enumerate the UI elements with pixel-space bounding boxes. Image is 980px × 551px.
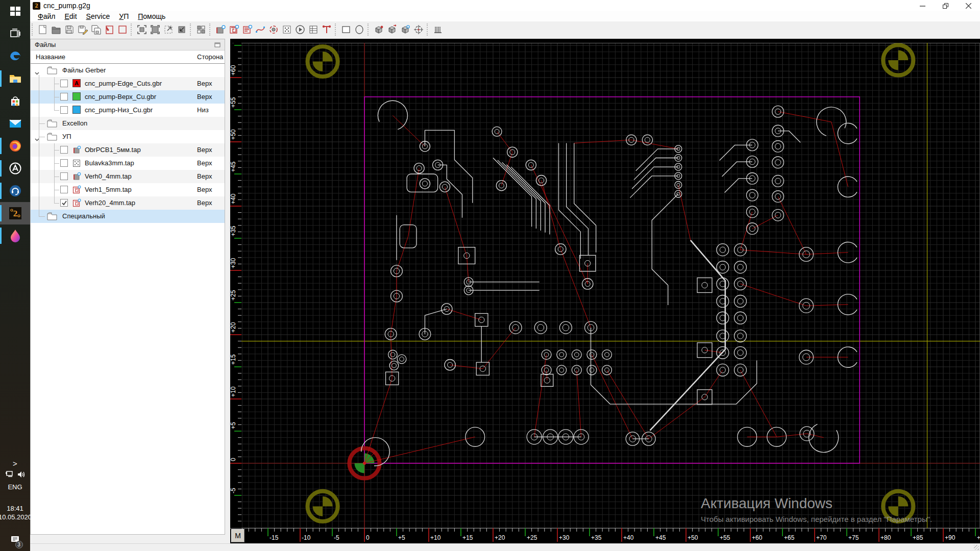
speaker-icon[interactable] xyxy=(17,471,25,480)
pcb-view[interactable] xyxy=(241,43,980,528)
save-edit-tool-button[interactable] xyxy=(76,23,89,36)
tray-expand-icon[interactable]: > xyxy=(13,459,17,468)
tree-folder-row[interactable]: Файлы Gerber xyxy=(31,64,225,77)
clamp-tool-button[interactable] xyxy=(320,23,333,36)
box-b-tool-button[interactable] xyxy=(385,23,399,36)
mill-file-icon xyxy=(72,145,81,155)
lines-dot-tool-button[interactable] xyxy=(240,23,254,36)
store-icon[interactable] xyxy=(0,90,30,112)
dock-icon[interactable] xyxy=(214,41,222,48)
mail-icon[interactable] xyxy=(0,112,30,135)
network-icon[interactable] xyxy=(5,471,13,480)
files-columns-header[interactable]: Название Сторона xyxy=(31,51,225,64)
ellipse-tool-button[interactable] xyxy=(353,23,366,36)
g2g-app-icon[interactable]: 2 xyxy=(0,202,30,224)
pins-file-icon xyxy=(72,159,81,168)
tiles-tool-button[interactable] xyxy=(194,23,208,36)
save-all-tool-button[interactable] xyxy=(89,23,103,36)
restore-button[interactable] xyxy=(934,0,957,11)
ruler-label: +45 xyxy=(655,534,666,541)
menu-файл[interactable]: Файл xyxy=(33,11,60,21)
doc-new-tool-button[interactable] xyxy=(36,23,50,36)
layer-color-swatch[interactable] xyxy=(72,92,81,101)
save-tool-button[interactable] xyxy=(63,23,76,36)
tree-file-row[interactable]: ObrPCB1_5мм.tapВерх xyxy=(31,143,225,157)
frame-red-tool-button[interactable] xyxy=(116,23,129,36)
zoom-arrow-in-tool-button[interactable] xyxy=(175,23,188,36)
menu-edit[interactable]: Edit xyxy=(60,11,81,21)
visibility-checkbox[interactable] xyxy=(60,159,68,167)
ruler-label: +25 xyxy=(230,290,237,300)
tree-file-row[interactable]: Verh0_4mm.tapВерх xyxy=(31,170,225,183)
task-view-button[interactable] xyxy=(0,22,30,45)
clock-time: 18:41 xyxy=(0,504,32,513)
window-controls xyxy=(911,0,980,11)
tree-branch xyxy=(54,196,55,203)
visibility-checkbox[interactable] xyxy=(60,106,68,114)
zoom-arrow-out-tool-button[interactable] xyxy=(162,23,175,36)
file-explorer-icon[interactable] xyxy=(0,67,30,90)
action-center-icon[interactable]: 3 xyxy=(11,536,20,546)
support-icon[interactable] xyxy=(0,180,30,202)
comb-tool-button[interactable] xyxy=(431,23,445,36)
box-c-tool-button[interactable] xyxy=(399,23,412,36)
tree-file-row[interactable]: Verh1_5mm.tapВерх xyxy=(31,183,225,196)
target-tool-button[interactable] xyxy=(412,23,425,36)
visibility-checkbox[interactable] xyxy=(60,80,68,87)
tree-folder-row[interactable]: Специальный xyxy=(31,210,225,223)
edge-icon[interactable] xyxy=(0,45,30,67)
visibility-checkbox[interactable] xyxy=(60,172,68,180)
ruler-label: +15 xyxy=(462,534,473,541)
ruler-label: +40 xyxy=(623,534,634,541)
visibility-checkbox[interactable] xyxy=(60,93,68,101)
tree-file-row[interactable]: Acnc_pump-Edge_Cuts.gbrВерх xyxy=(31,77,225,90)
tree-file-row[interactable]: Verh20_4mm.tapВерх xyxy=(31,196,225,210)
paint-drop-icon[interactable] xyxy=(0,224,30,247)
drill-tool-button[interactable] xyxy=(267,23,280,36)
visibility-checkbox[interactable] xyxy=(60,186,68,193)
language-indicator[interactable]: ENG xyxy=(8,483,22,491)
menu-уп[interactable]: УП xyxy=(114,11,133,21)
firefox-icon[interactable] xyxy=(0,135,30,157)
tree-file-row[interactable]: Bulavka3mm.tapВерх xyxy=(31,157,225,170)
ruler-label: +55 xyxy=(720,534,730,541)
tree-folder-row[interactable]: Excellon xyxy=(31,117,225,130)
window-title: cnc_pump.g2g xyxy=(43,2,90,10)
layer-color-swatch[interactable]: A xyxy=(72,79,81,87)
visibility-checkbox[interactable] xyxy=(60,146,68,154)
close-button[interactable] xyxy=(957,0,980,11)
affinity-icon[interactable] xyxy=(0,157,30,180)
spiral-dot-tool-button[interactable] xyxy=(227,23,240,36)
layer-color-swatch[interactable] xyxy=(72,106,81,114)
clock[interactable]: 18:41 10.05.2020 xyxy=(0,504,32,521)
table-tool-button[interactable] xyxy=(307,23,320,36)
tree-file-row[interactable]: cnc_pump-Низ_Cu.gbrНиз xyxy=(31,104,225,117)
menu-service[interactable]: Service xyxy=(82,11,115,21)
visibility-checkbox[interactable] xyxy=(60,199,68,207)
menu-помощь[interactable]: Помощь xyxy=(133,11,170,21)
side-value: Верх xyxy=(197,159,212,167)
tree-folder-row[interactable]: УП xyxy=(31,130,225,143)
pcb-canvas[interactable]: -50+5+10+15+20+25+30+35+40+45+50+55+60+6… xyxy=(230,39,980,543)
title-bar[interactable]: 2 cnc_pump.g2g xyxy=(30,0,980,11)
resize-grip[interactable] xyxy=(974,545,979,550)
curve-tool-button[interactable] xyxy=(254,23,267,36)
files-panel-header[interactable]: Файлы xyxy=(31,39,225,51)
pins-sq-tool-button[interactable] xyxy=(280,23,293,36)
layer-dot-tool-button[interactable] xyxy=(214,23,227,36)
rect-tool-button[interactable] xyxy=(339,23,353,36)
start-button[interactable] xyxy=(0,0,30,22)
doc-red-tool-button[interactable] xyxy=(103,23,116,36)
folder-open-tool-button[interactable] xyxy=(50,23,63,36)
ruler-label: +20 xyxy=(230,322,237,333)
run-tool-button[interactable] xyxy=(293,23,307,36)
tree-branch xyxy=(54,143,55,157)
tree-file-row[interactable]: cnc_pump-Верх_Cu.gbrВерх xyxy=(31,90,225,104)
notification-badge: 3 xyxy=(15,541,23,548)
svg-text:2: 2 xyxy=(13,209,17,218)
minimize-button[interactable] xyxy=(911,0,934,11)
fit-sel-tool-button[interactable] xyxy=(135,23,149,36)
machine-zero-button[interactable]: M xyxy=(231,529,244,542)
fit-all-tool-button[interactable] xyxy=(149,23,162,36)
box-a-tool-button[interactable] xyxy=(372,23,385,36)
